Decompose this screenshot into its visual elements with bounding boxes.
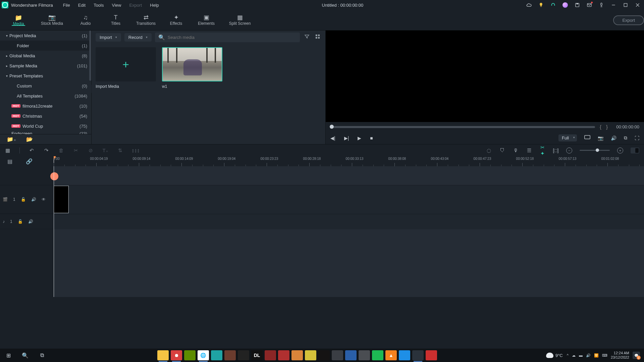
- sidebar-item-filmora12create[interactable]: HOTfilmora12create(10): [0, 101, 91, 111]
- sidebar-item-folder[interactable]: Folder(1): [0, 41, 91, 51]
- sidebar-item-sample-media[interactable]: ▸Sample Media(101): [0, 61, 91, 71]
- timeline-canvas[interactable]: [54, 166, 644, 297]
- taskbar-app6-icon[interactable]: [305, 350, 316, 360]
- taskbar-app10-icon[interactable]: [359, 350, 370, 360]
- timeline-clip[interactable]: [54, 186, 69, 213]
- media-clip-w1[interactable]: w1: [162, 47, 222, 89]
- taskbar-app7-icon[interactable]: [318, 350, 330, 360]
- tab-effects[interactable]: ✦ Effects: [161, 10, 191, 30]
- taskbar-filmora-x-icon[interactable]: [211, 350, 222, 360]
- step-back-button[interactable]: ◀|: [330, 135, 335, 141]
- search-input[interactable]: [168, 35, 297, 40]
- sidebar-item-project-media[interactable]: ▾Project Media(1): [0, 31, 91, 41]
- cloud-icon[interactable]: [526, 2, 532, 8]
- taskbar-app8-icon[interactable]: [332, 350, 343, 360]
- lightbulb-icon[interactable]: [538, 2, 544, 8]
- lock-icon[interactable]: 🔓: [18, 219, 23, 224]
- tray-onedrive-icon[interactable]: ☁: [572, 353, 576, 358]
- new-folder-icon[interactable]: 📁₊: [7, 136, 16, 142]
- tray-chevron-up-icon[interactable]: ^: [567, 353, 569, 357]
- fullscreen-icon[interactable]: ⛶: [635, 135, 639, 141]
- mark-in-button[interactable]: {: [600, 124, 601, 130]
- tab-stock-media[interactable]: 📷 Stock Media: [34, 10, 70, 30]
- record-dropdown[interactable]: Record▾: [124, 33, 152, 42]
- taskbar-vlc-icon[interactable]: ▲: [385, 350, 397, 360]
- volume-icon[interactable]: 🔊: [611, 135, 616, 141]
- sidebar-scrollbar[interactable]: [89, 31, 91, 134]
- windows-start-button[interactable]: ⊞: [2, 349, 15, 362]
- play-backward-button[interactable]: ▶|: [344, 135, 349, 141]
- sidebar-item-preset-templates[interactable]: ▾Preset Templates: [0, 71, 91, 81]
- tray-language-icon[interactable]: ⌨: [602, 353, 607, 358]
- taskbar-app1-icon[interactable]: [224, 350, 236, 360]
- mute-icon[interactable]: 🔊: [28, 219, 33, 224]
- audio-lane[interactable]: [54, 214, 644, 229]
- video-lane[interactable]: [54, 185, 644, 214]
- mute-icon[interactable]: 🔊: [31, 197, 36, 202]
- marker-icon[interactable]: [□]: [553, 147, 559, 153]
- taskbar-dl-icon[interactable]: DL: [251, 350, 263, 360]
- equalizer-icon[interactable]: ⫿⫿⫿: [132, 147, 138, 153]
- taskbar-recorder-icon[interactable]: ⏺: [171, 350, 182, 360]
- taskbar-app9-icon[interactable]: [345, 350, 357, 360]
- menu-view[interactable]: View: [112, 3, 121, 8]
- undo-button[interactable]: ↶: [29, 147, 35, 154]
- timeline-ruler[interactable]: 0:0000:00:04:1900:00:09:1400:00:14:0900:…: [54, 156, 644, 166]
- zoom-knob[interactable]: [596, 148, 599, 152]
- tray-battery-icon[interactable]: ▬: [579, 353, 583, 357]
- taskbar-spotify-icon[interactable]: [372, 350, 383, 360]
- track-manager-icon[interactable]: ▤: [7, 158, 12, 165]
- tab-split-screen[interactable]: ▦ Split Screen: [221, 10, 258, 30]
- sidebar-item-global-media[interactable]: ▸Global Media(8): [0, 51, 91, 61]
- preview-viewport[interactable]: [326, 31, 644, 122]
- sidebar-item-custom[interactable]: Custom(0): [0, 81, 91, 91]
- auto-ripple-icon[interactable]: ✂✦: [539, 144, 545, 157]
- play-button[interactable]: ▶: [358, 135, 361, 141]
- video-track-header[interactable]: 🎬1 🔓 🔊 👁: [0, 185, 54, 214]
- taskbar-chrome-icon[interactable]: 🌐: [198, 350, 209, 360]
- export-button[interactable]: Export: [613, 15, 644, 25]
- tab-media[interactable]: 📁 Media: [3, 10, 34, 30]
- render-icon[interactable]: ◌: [486, 147, 492, 154]
- delete-button[interactable]: 🗑: [58, 147, 64, 153]
- close-button[interactable]: [635, 2, 640, 8]
- sidebar-item-endscreen[interactable]: Endscreen(23): [0, 131, 91, 134]
- link-icon[interactable]: 🔗: [26, 158, 33, 165]
- stop-button[interactable]: ■: [370, 135, 373, 141]
- folder-open-icon[interactable]: 📂: [26, 136, 33, 142]
- shield-icon[interactable]: ⛉: [499, 147, 505, 153]
- notifications-button[interactable]: 💬: [633, 352, 640, 359]
- pip-icon[interactable]: ⧉: [624, 135, 627, 141]
- voiceover-mic-icon[interactable]: 🎙: [513, 147, 519, 153]
- menu-file[interactable]: File: [63, 3, 70, 8]
- taskbar-app4-icon[interactable]: [278, 350, 289, 360]
- taskbar-app12-icon[interactable]: [426, 350, 437, 360]
- task-view-button[interactable]: ⧉: [36, 349, 48, 362]
- redo-button[interactable]: ↷: [43, 147, 49, 154]
- taskbar-app2-icon[interactable]: [238, 350, 249, 360]
- adjust-icon[interactable]: ⇅: [117, 147, 123, 154]
- visibility-icon[interactable]: 👁: [42, 197, 46, 202]
- mark-out-button[interactable]: }: [606, 124, 608, 130]
- menu-help[interactable]: Help: [150, 3, 159, 8]
- import-dropdown[interactable]: Import▾: [96, 33, 121, 42]
- crop-icon[interactable]: ⊘: [88, 147, 94, 154]
- taskbar-weather[interactable]: 9°C: [546, 353, 563, 358]
- taskbar-app5-icon[interactable]: [291, 350, 303, 360]
- filter-icon[interactable]: [303, 34, 311, 41]
- maximize-button[interactable]: [623, 2, 628, 8]
- tab-titles[interactable]: T Titles: [101, 10, 131, 30]
- seek-knob[interactable]: [330, 125, 334, 129]
- import-media-tile[interactable]: + Import Media: [96, 47, 156, 89]
- search-media-field[interactable]: 🔍: [155, 33, 300, 42]
- playhead-line[interactable]: [54, 166, 54, 297]
- menu-tools[interactable]: Tools: [94, 3, 104, 8]
- text-tool-icon[interactable]: T₊: [102, 147, 108, 154]
- menu-edit[interactable]: Edit: [78, 3, 86, 8]
- windows-search-button[interactable]: 🔍: [19, 349, 32, 362]
- zoom-in-button[interactable]: +: [617, 147, 623, 154]
- save-icon[interactable]: [575, 2, 580, 8]
- layout-icon[interactable]: ▦: [5, 147, 11, 154]
- taskbar-app11-icon[interactable]: [399, 350, 410, 360]
- minimize-button[interactable]: [611, 2, 616, 8]
